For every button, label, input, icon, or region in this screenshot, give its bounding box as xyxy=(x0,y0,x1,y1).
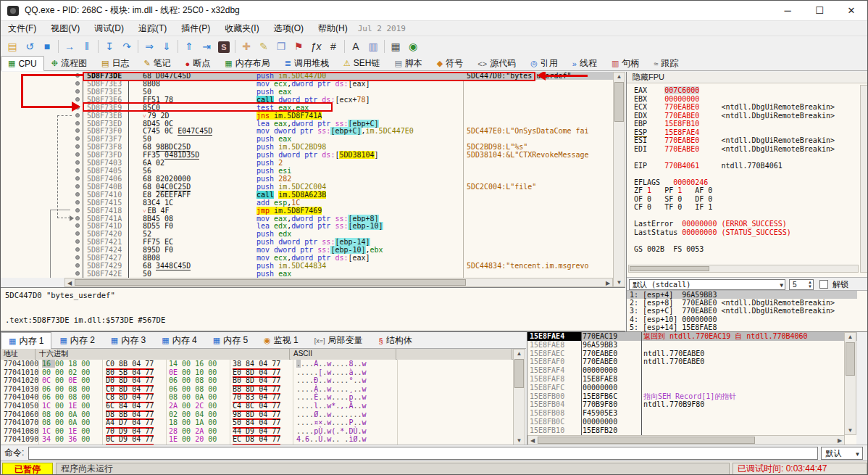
menu-帮助(H)[interactable]: 帮助(H) xyxy=(311,23,355,33)
menu-视图(V)[interactable]: 视图(V) xyxy=(43,23,87,33)
tab-源代码[interactable]: <>源代码 xyxy=(470,56,523,70)
breakpoint-dot[interactable] xyxy=(75,121,80,125)
breakpoint-dot[interactable] xyxy=(75,136,80,141)
breakpoint-dot[interactable] xyxy=(75,231,80,236)
disasm-row[interactable]: 5D8F740556push esi xyxy=(1,167,613,175)
argument-row[interactable]: 3: [esp+C] 770EABE0 <ntdll.DbgUiRemoteBr… xyxy=(627,307,857,315)
scylla-icon[interactable]: S xyxy=(215,38,233,54)
stack-row[interactable]: 15E8FAF0770EABE0ntdll.770EABE0 xyxy=(527,358,857,366)
maximize-button[interactable]: ☐ xyxy=(804,1,835,21)
dump-row[interactable]: 7704107008 00 0A 00A4 D7 04 7718 00 1A 0… xyxy=(1,418,513,427)
disasm-row[interactable]: 5D8F7424895D F0mov dword ptr ss:[ebp-10]… xyxy=(1,246,613,254)
step-into-icon[interactable]: ↧ xyxy=(101,38,118,54)
breakpoint-dot[interactable] xyxy=(75,263,80,268)
minimize-button[interactable]: ─ xyxy=(772,1,804,21)
close-button[interactable]: ✕ xyxy=(835,1,867,21)
arguments-list[interactable]: 1: [esp+4] 96A59BB32: [esp+8] 770EABE0 <… xyxy=(627,291,868,331)
arg-count-spinner[interactable]: 5 ▲▼ xyxy=(789,279,814,290)
hide-fpu-button[interactable]: 隐藏FPU xyxy=(627,72,868,83)
disassembly-panel[interactable]: 5D8F73DE68 D047C45Dpush im.5DC447D05DC44… xyxy=(1,72,613,278)
label-icon[interactable]: ❐ xyxy=(272,38,290,54)
function-icon[interactable]: ƒx xyxy=(307,38,325,54)
execute-till-return-icon[interactable]: ⇑ xyxy=(180,38,198,54)
dump-row[interactable]: 7704100016 00 18 00C0 8B 04 7714 00 16 0… xyxy=(1,360,513,368)
dump-row[interactable]: 7704101000 00 02 0080 5B 04 770E 00 10 0… xyxy=(1,368,513,377)
stack-hscrollbar[interactable]: ◀ ▶ xyxy=(527,435,845,445)
argument-row[interactable]: 5: [esp+14] 15E8FAE8 xyxy=(627,323,857,331)
disasm-row[interactable]: 5D8F742052push edx xyxy=(1,230,613,238)
breakpoint-dot[interactable] xyxy=(75,81,80,86)
breakpoint-dot[interactable] xyxy=(75,176,80,181)
argument-row[interactable]: 4: [esp+10] 00000000 xyxy=(627,315,857,323)
stack-row[interactable]: 15E8FAF815E8FAE8 xyxy=(527,375,857,384)
breakpoint-dot[interactable] xyxy=(75,208,80,212)
disasm-row[interactable]: 5D8F73F868 98BDC25Dpush im.5DC2BD985DC2B… xyxy=(1,143,613,151)
stack-vscrollbar[interactable]: ▲ ▼ xyxy=(844,332,856,435)
step-over-icon[interactable]: ↷ xyxy=(118,38,135,54)
calculator-icon[interactable]: ▦ xyxy=(387,38,404,54)
dump-row[interactable]: 770410200C 00 0E 00D0 8D 04 7706 00 08 0… xyxy=(1,376,513,385)
unlock-checkbox[interactable] xyxy=(819,280,828,289)
restart-icon[interactable]: ↺ xyxy=(21,38,38,54)
comment-icon[interactable]: ✎ xyxy=(255,38,272,54)
hash-icon[interactable]: # xyxy=(325,38,342,54)
disasm-row[interactable]: 5D8F74278B08mov ecx,dword ptr ds:[eax] xyxy=(1,254,613,262)
disasm-row[interactable]: 5D8F7410E8 26EEFAFFcall im.5D8A623B xyxy=(1,191,613,199)
disasm-row[interactable]: 5D8F742E50push eax xyxy=(1,270,613,278)
disasm-row[interactable]: 5D8F73F0C745 0C E047C45Dmov dword ptr ss… xyxy=(1,127,613,135)
stack-row[interactable]: 15E8FB08F45905E3 xyxy=(527,409,857,418)
breakpoint-dot[interactable] xyxy=(75,89,80,94)
tab-内存 5[interactable]: ▦内存 5 xyxy=(205,332,256,348)
tab-局部变量[interactable]: [x=]局部变量 xyxy=(306,332,371,348)
globe-icon[interactable]: ◉ xyxy=(404,38,422,54)
tab-结构体[interactable]: §结构体 xyxy=(371,332,420,348)
command-mode-select[interactable]: 默认 ▼ xyxy=(821,447,863,460)
tab-跟踪[interactable]: ≈跟踪 xyxy=(646,56,685,70)
registers-vscrollbar[interactable] xyxy=(860,85,868,273)
disasm-row[interactable]: 5D8F73E550push eax xyxy=(1,88,613,96)
tab-笔记[interactable]: ✎笔记 xyxy=(136,56,178,70)
tab-引用[interactable]: ◎引用 xyxy=(523,56,565,70)
breakpoint-dot[interactable] xyxy=(75,271,80,276)
disasm-row[interactable]: 5D8F7418˅EB 4Fjmp im.5D8F7469 xyxy=(1,207,613,215)
tab-内存布局[interactable]: ▦内存布局 xyxy=(217,56,277,70)
pause-icon[interactable]: ‖ xyxy=(78,38,96,54)
menu-追踪(T)[interactable]: 追踪(T) xyxy=(131,23,174,33)
tab-流程图[interactable]: ❉流程图 xyxy=(44,56,94,70)
breakpoint-dot[interactable] xyxy=(75,247,80,252)
stack-row[interactable]: 15E8FAF400000000 xyxy=(527,366,857,375)
stack-row[interactable]: 15E8FAE896A59BB3 xyxy=(527,341,857,350)
tab-日志[interactable]: ▤日志 xyxy=(94,56,136,70)
disasm-row[interactable]: 5D8F73FDFF35 0481D35Dpush dword ptr ds:[… xyxy=(1,151,613,159)
breakpoint-dot[interactable] xyxy=(75,216,80,220)
dump-row[interactable]: 7704103006 00 08 00C0 8D 04 7706 00 08 0… xyxy=(1,385,513,394)
stop-icon[interactable]: ■ xyxy=(38,38,56,54)
argument-row[interactable]: 2: [esp+8] 770EABE0 <ntdll.DbgUiRemoteBr… xyxy=(627,299,857,307)
stack-row[interactable]: 15E8FAFC00000000 xyxy=(527,384,857,392)
argument-row[interactable]: 1: [esp+4] 96A59BB3 xyxy=(627,291,857,299)
dump-row[interactable]: 770410801C 00 1E 0070 D9 04 7728 00 2A 0… xyxy=(1,427,513,436)
disasm-row[interactable]: 5D8F740668 82020000push 282 xyxy=(1,175,613,183)
stack-row[interactable]: 15E8FB0015E8FB6C指向SEH_Record[1]的指针 xyxy=(527,392,857,401)
breakpoint-dot[interactable] xyxy=(75,239,80,244)
open-file-icon[interactable]: ▤ xyxy=(4,38,21,54)
breakpoint-dot[interactable] xyxy=(75,200,80,205)
breakpoint-dot[interactable] xyxy=(75,128,80,133)
registers-list[interactable]: EAX 007C6000EBX 00000000ECX 770EABE0 <nt… xyxy=(634,86,835,253)
stack-panel[interactable]: 15E8FAE4770EAC19返回到 ntdll.770EAC19 自 ntd… xyxy=(527,332,856,445)
disasm-vscrollbar[interactable]: ▲ ▼ xyxy=(613,72,625,287)
tab-符号[interactable]: ◆符号 xyxy=(430,56,470,70)
dump-row[interactable]: 7704109034 00 36 000C D9 04 771E 00 20 0… xyxy=(1,435,513,444)
breakpoint-dot[interactable] xyxy=(75,184,80,189)
trace-into-icon[interactable]: ⇒ xyxy=(141,38,158,54)
disasm-row[interactable]: 5D8F74036A 02push 2 xyxy=(1,159,613,167)
tab-断点[interactable]: ●断点 xyxy=(178,56,218,70)
modules-icon[interactable]: ▥ xyxy=(364,38,382,54)
tab-句柄[interactable]: ▥句柄 xyxy=(604,56,646,70)
registers-hscrollbar[interactable] xyxy=(628,265,859,273)
patch-icon[interactable]: ✚ xyxy=(238,38,255,54)
trace-over-icon[interactable]: ⇓ xyxy=(158,38,175,54)
menu-插件(P)[interactable]: 插件(P) xyxy=(174,23,217,33)
breakpoint-dot[interactable] xyxy=(75,144,80,149)
tab-脚本[interactable]: ▤脚本 xyxy=(387,56,429,70)
